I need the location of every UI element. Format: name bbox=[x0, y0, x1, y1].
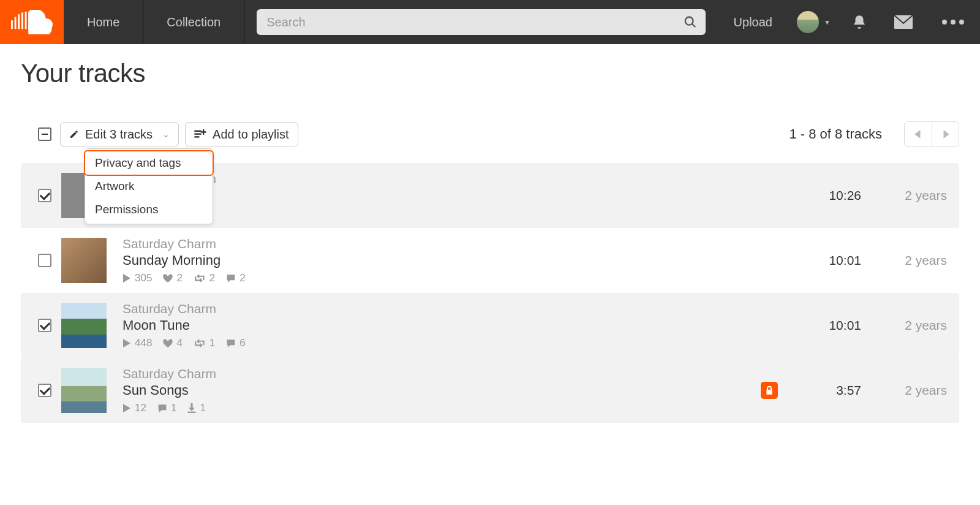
track-checkbox[interactable] bbox=[38, 254, 51, 267]
soundcloud-logo[interactable] bbox=[0, 0, 64, 44]
track-info: Saturday CharmSun Songs1211 bbox=[123, 366, 751, 414]
chevron-down-icon: ▾ bbox=[825, 17, 829, 27]
pencil-icon bbox=[69, 129, 79, 139]
nav-collection[interactable]: Collection bbox=[143, 0, 244, 44]
track-duration: 10:26 bbox=[788, 188, 861, 203]
track-age: 2 years bbox=[861, 318, 947, 333]
track-checkbox[interactable] bbox=[38, 384, 51, 397]
nav-home[interactable]: Home bbox=[64, 0, 143, 44]
svg-marker-14 bbox=[943, 130, 949, 139]
track-duration: 3:57 bbox=[788, 383, 861, 398]
download-icon bbox=[187, 403, 196, 413]
pagination-range: 1 - 8 of 8 tracks bbox=[789, 126, 882, 142]
track-stats: 448416 bbox=[123, 337, 788, 349]
stat-plays: 305 bbox=[123, 272, 152, 284]
stat-value: 6 bbox=[239, 337, 245, 349]
play-icon bbox=[123, 274, 131, 283]
track-duration: 10:01 bbox=[788, 253, 861, 268]
svg-marker-15 bbox=[123, 274, 130, 283]
stat-value: 12 bbox=[135, 402, 146, 414]
track-row[interactable]: Saturday CharmSun Songs12113:572 years bbox=[21, 358, 959, 423]
track-artist[interactable]: Saturday Charm bbox=[123, 366, 751, 381]
svg-rect-3 bbox=[21, 12, 23, 29]
stat-value: 4 bbox=[176, 337, 182, 349]
stat-value: 2 bbox=[176, 272, 182, 284]
stat-reposts: 2 bbox=[194, 272, 215, 284]
track-artist[interactable]: Saturday Charm bbox=[123, 172, 788, 186]
svg-marker-16 bbox=[123, 339, 130, 347]
upload-link[interactable]: Upload bbox=[718, 15, 788, 29]
stat-value: 1 bbox=[209, 337, 215, 349]
dropdown-permissions[interactable]: Permissions bbox=[85, 198, 213, 221]
pagination bbox=[904, 121, 959, 147]
stat-comments: 6 bbox=[226, 337, 245, 349]
more-menu-icon[interactable] bbox=[926, 20, 980, 25]
stat-plays: 12 bbox=[123, 402, 146, 414]
notifications-icon[interactable] bbox=[838, 14, 881, 30]
track-age: 2 years bbox=[861, 253, 947, 268]
heart-icon bbox=[163, 339, 173, 347]
stat-reposts: 1 bbox=[194, 337, 215, 349]
track-checkbox[interactable] bbox=[38, 319, 51, 332]
track-info: Saturday CharmMoon Tune448416 bbox=[123, 302, 788, 349]
track-stats: 15 bbox=[123, 207, 788, 219]
track-artwork[interactable] bbox=[61, 238, 107, 283]
track-info: Saturday CharmSunday Morning305222 bbox=[123, 237, 788, 284]
comment-icon bbox=[226, 274, 236, 283]
search-container bbox=[244, 9, 717, 35]
edit-tracks-button[interactable]: Edit 3 tracks ⌄ bbox=[60, 122, 179, 146]
svg-marker-13 bbox=[914, 130, 920, 139]
svg-marker-19 bbox=[189, 408, 195, 411]
heart-icon bbox=[163, 274, 173, 283]
stat-value: 1 bbox=[200, 402, 205, 414]
stat-comments: 1 bbox=[157, 402, 176, 414]
prev-page-button[interactable] bbox=[905, 122, 932, 146]
repost-icon bbox=[194, 339, 206, 347]
track-artist[interactable]: Saturday Charm bbox=[123, 237, 788, 251]
repost-icon bbox=[194, 274, 206, 283]
comment-icon bbox=[226, 339, 236, 347]
track-row[interactable]: Saturday CharmMoon Tune44841610:012 year… bbox=[21, 293, 959, 358]
avatar bbox=[797, 11, 819, 33]
svg-rect-10 bbox=[194, 136, 199, 137]
svg-rect-2 bbox=[18, 14, 20, 29]
svg-line-6 bbox=[692, 24, 695, 28]
stat-comments: 2 bbox=[226, 272, 245, 284]
stat-value: 305 bbox=[135, 272, 152, 284]
track-title[interactable]: Sun Songs bbox=[123, 188, 788, 203]
play-icon bbox=[123, 404, 131, 412]
track-artist[interactable]: Saturday Charm bbox=[123, 302, 788, 316]
track-row[interactable]: Saturday CharmSunday Morning30522210:012… bbox=[21, 228, 959, 293]
play-icon bbox=[123, 339, 131, 347]
track-artwork[interactable] bbox=[61, 368, 107, 413]
svg-rect-8 bbox=[194, 131, 201, 132]
track-stats: 1211 bbox=[123, 402, 751, 414]
private-lock-icon bbox=[761, 382, 778, 399]
track-age: 2 years bbox=[861, 188, 947, 203]
track-stats: 305222 bbox=[123, 272, 788, 284]
track-title[interactable]: Sunday Morning bbox=[123, 252, 788, 268]
svg-rect-4 bbox=[25, 12, 27, 29]
next-page-button[interactable] bbox=[932, 122, 959, 146]
svg-rect-18 bbox=[191, 403, 193, 408]
track-artwork[interactable] bbox=[61, 303, 107, 348]
caret-left-icon bbox=[914, 130, 922, 139]
track-title[interactable]: Sun Songs bbox=[123, 382, 751, 398]
user-menu[interactable]: ▾ bbox=[788, 11, 838, 33]
track-checkbox[interactable] bbox=[38, 189, 51, 202]
stat-value: 448 bbox=[135, 337, 152, 349]
edit-tracks-label: Edit 3 tracks bbox=[85, 127, 153, 142]
dropdown-privacy-and-tags[interactable]: Privacy and tags bbox=[84, 150, 214, 176]
add-to-playlist-button[interactable]: Add to playlist bbox=[185, 122, 298, 146]
messages-icon[interactable] bbox=[881, 15, 926, 29]
svg-rect-12 bbox=[201, 131, 206, 132]
chevron-down-icon: ⌄ bbox=[162, 129, 170, 139]
select-all-checkbox[interactable] bbox=[38, 127, 51, 141]
track-duration: 10:01 bbox=[788, 318, 861, 333]
search-input[interactable] bbox=[257, 9, 705, 35]
dropdown-artwork[interactable]: Artwork bbox=[85, 175, 213, 198]
stat-value: 2 bbox=[209, 272, 215, 284]
track-title[interactable]: Moon Tune bbox=[123, 317, 788, 333]
soundcloud-icon bbox=[11, 10, 53, 34]
search-icon[interactable] bbox=[684, 15, 697, 29]
